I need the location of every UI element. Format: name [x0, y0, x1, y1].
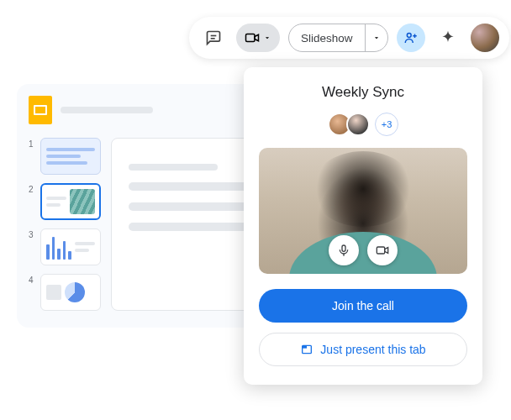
thumb-number: 2 — [29, 183, 35, 194]
toolbar: Slideshow — [189, 17, 509, 59]
pie-chart-icon — [65, 282, 85, 302]
present-tab-button[interactable]: Just present this tab — [259, 333, 467, 366]
chevron-down-icon — [263, 34, 271, 42]
thumb-number: 4 — [29, 274, 35, 285]
slideshow-caret[interactable] — [366, 24, 387, 51]
camera-icon — [245, 30, 260, 45]
svg-point-3 — [407, 34, 411, 38]
bar-chart-icon — [46, 234, 71, 260]
join-call-label: Join the call — [332, 299, 394, 312]
participant-overflow-count[interactable]: +3 — [375, 113, 398, 136]
mic-icon — [337, 244, 350, 257]
slide-thumb-3[interactable] — [40, 228, 101, 265]
slide-thumb-1[interactable] — [40, 138, 101, 175]
present-tab-icon — [300, 343, 313, 356]
mic-toggle-button[interactable] — [329, 235, 359, 265]
camera-toggle-button[interactable] — [367, 235, 398, 265]
participant-avatar — [346, 113, 370, 136]
editor-text-placeholder — [129, 164, 218, 171]
svg-rect-10 — [303, 345, 307, 348]
participant-avatars: +3 — [328, 113, 398, 136]
person-add-icon — [403, 29, 419, 46]
svg-rect-2 — [246, 34, 256, 42]
gemini-button[interactable] — [434, 24, 462, 52]
present-tab-label: Just present this tab — [320, 343, 425, 356]
join-call-button[interactable]: Join the call — [259, 289, 467, 323]
meeting-title: Weekly Sync — [322, 84, 404, 101]
svg-rect-8 — [377, 247, 384, 254]
sparkle-icon — [440, 29, 456, 46]
slide-thumb-4[interactable] — [40, 274, 101, 311]
slide-thumbnails: 1 2 3 4 — [29, 138, 101, 311]
meet-camera-button[interactable] — [236, 24, 280, 52]
svg-rect-6 — [342, 245, 345, 251]
document-title-placeholder — [61, 107, 153, 113]
camera-icon — [376, 244, 389, 257]
thumb-number: 1 — [29, 138, 35, 149]
meet-panel: Weekly Sync +3 Join the call Just presen — [244, 67, 482, 385]
share-button[interactable] — [397, 24, 425, 52]
chevron-down-icon — [372, 34, 381, 42]
slide-shape-placeholder — [46, 285, 61, 300]
self-video-preview — [259, 148, 467, 274]
comment-history-button[interactable] — [199, 24, 228, 52]
slide-thumb-2-selected[interactable] — [40, 183, 101, 220]
slideshow-split-button[interactable]: Slideshow — [288, 24, 388, 52]
account-avatar[interactable] — [471, 24, 499, 52]
slides-logo-icon — [29, 96, 52, 124]
slideshow-label[interactable]: Slideshow — [289, 24, 366, 51]
slide-image-placeholder — [70, 189, 95, 214]
comment-icon — [205, 29, 222, 46]
thumb-number: 3 — [29, 228, 35, 239]
